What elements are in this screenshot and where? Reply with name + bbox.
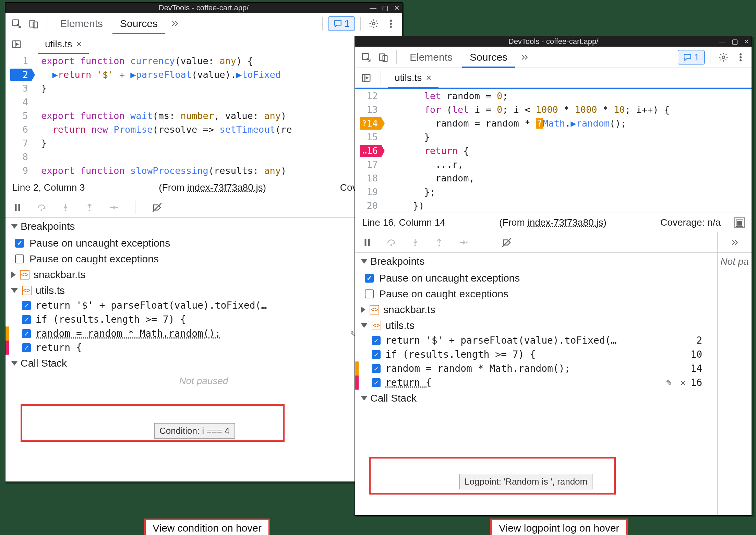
expand-panes-icon[interactable] xyxy=(718,232,752,253)
file-group-utils[interactable]: <>utils.ts xyxy=(355,318,717,333)
window-minimize-button[interactable]: — xyxy=(719,38,726,46)
code-line[interactable]: 12 let random = 0; xyxy=(355,89,752,103)
checkbox-icon[interactable] xyxy=(15,254,24,263)
checkbox-icon[interactable] xyxy=(365,289,374,298)
breakpoint-row[interactable]: return {16 xyxy=(5,341,402,355)
navigator-toggle-icon[interactable] xyxy=(359,70,374,85)
issues-badge[interactable]: 1 xyxy=(678,50,705,64)
tab-elements[interactable]: Elements xyxy=(402,47,460,68)
source-map-from[interactable]: (From index-73f73a80.js) xyxy=(99,182,326,193)
code-line[interactable]: 6 return new Promise(resolve => setTimeo… xyxy=(5,123,402,136)
code-line[interactable]: 1export function currency(value: any) { xyxy=(5,54,402,68)
step-button[interactable] xyxy=(108,202,119,213)
checkbox-checked-icon[interactable] xyxy=(22,301,31,310)
step-out-button[interactable] xyxy=(433,237,445,248)
code-line[interactable]: 13 for (let i = 0; i < 1000 * 1000 * 10;… xyxy=(355,103,752,117)
pause-caught-row[interactable]: Pause on caught exceptions xyxy=(5,251,402,267)
checkbox-checked-icon[interactable] xyxy=(372,336,381,345)
deactivate-breakpoints-button[interactable] xyxy=(151,202,163,213)
line-number[interactable]: 8 xyxy=(5,150,40,164)
line-number[interactable]: 4 xyxy=(5,95,40,109)
pause-button[interactable] xyxy=(361,237,373,248)
more-tabs-icon[interactable] xyxy=(517,50,532,65)
settings-icon[interactable] xyxy=(716,50,731,65)
checkbox-checked-icon[interactable] xyxy=(22,315,31,324)
code-line[interactable]: 8 xyxy=(5,150,402,164)
line-number[interactable]: 5 xyxy=(5,109,40,123)
kebab-menu-icon[interactable] xyxy=(733,50,748,65)
checkbox-checked-icon[interactable] xyxy=(372,378,381,387)
breakpoint-row[interactable]: if (results.length >= 7) {10 xyxy=(5,312,402,326)
checkbox-checked-icon[interactable] xyxy=(15,239,24,248)
file-group-snackbar[interactable]: <>snackbar.ts xyxy=(5,267,402,283)
code-line[interactable]: 20 }) xyxy=(355,199,752,213)
code-editor[interactable]: 1export function currency(value: any) {2… xyxy=(5,54,402,178)
checkbox-checked-icon[interactable] xyxy=(22,343,31,352)
line-number[interactable]: 12 xyxy=(355,89,389,103)
close-tab-icon[interactable]: × xyxy=(76,39,82,50)
collapse-icon[interactable]: ▣ xyxy=(734,217,745,228)
code-line[interactable]: 4 xyxy=(5,95,402,109)
breakpoints-section-header[interactable]: Breakpoints xyxy=(355,253,717,270)
code-line[interactable]: 19 }; xyxy=(355,185,752,199)
close-tab-icon[interactable]: × xyxy=(426,72,431,83)
pause-button[interactable] xyxy=(12,202,23,213)
window-close-button[interactable]: ✕ xyxy=(744,37,749,46)
line-number[interactable]: 6 xyxy=(5,123,40,136)
pause-uncaught-row[interactable]: Pause on uncaught exceptions xyxy=(5,235,402,251)
line-number[interactable]: 3 xyxy=(5,82,40,95)
line-number[interactable]: 18 xyxy=(355,171,389,185)
code-line[interactable]: 5export function wait(ms: number, value:… xyxy=(5,109,402,123)
line-number[interactable]: 13 xyxy=(355,103,389,117)
code-line[interactable]: ?14 random = random * ?Math.▶random(); xyxy=(355,117,752,130)
step-out-button[interactable] xyxy=(84,202,95,213)
file-group-snackbar[interactable]: <>snackbar.ts xyxy=(355,302,717,318)
code-editor[interactable]: 12 let random = 0;13 for (let i = 0; i <… xyxy=(355,88,752,213)
step-over-button[interactable] xyxy=(385,237,397,248)
step-button[interactable] xyxy=(457,237,469,248)
inspect-icon[interactable] xyxy=(359,50,374,65)
line-number[interactable]: 9 xyxy=(5,164,40,178)
line-number[interactable]: 17 xyxy=(355,158,389,171)
line-number[interactable]: 15 xyxy=(355,130,389,144)
line-number[interactable]: ?14 xyxy=(355,117,389,130)
inspect-icon[interactable] xyxy=(9,16,24,31)
line-number[interactable]: 7 xyxy=(5,136,40,150)
code-line[interactable]: 17 ...r, xyxy=(355,158,752,171)
step-over-button[interactable] xyxy=(36,202,47,213)
file-tab-utils[interactable]: utils.ts × xyxy=(388,68,439,87)
settings-icon[interactable] xyxy=(366,16,381,31)
callstack-section-header[interactable]: Call Stack xyxy=(355,390,717,407)
source-map-from[interactable]: (From index-73f73a80.js) xyxy=(459,217,647,228)
breakpoint-row[interactable]: return {✎✕16 xyxy=(355,376,717,390)
edit-breakpoint-icon[interactable]: ✎ xyxy=(666,377,672,388)
kebab-menu-icon[interactable] xyxy=(383,16,398,31)
line-number[interactable]: 2 xyxy=(5,68,40,82)
navigator-toggle-icon[interactable] xyxy=(9,37,24,52)
device-toggle-icon[interactable] xyxy=(376,50,391,65)
checkbox-checked-icon[interactable] xyxy=(372,364,381,373)
file-group-utils[interactable]: <>utils.ts xyxy=(5,283,402,298)
file-tab-utils[interactable]: utils.ts × xyxy=(38,34,89,54)
breakpoint-row[interactable]: random = random * Math.random();14 xyxy=(355,361,717,376)
step-into-button[interactable] xyxy=(60,202,71,213)
line-number[interactable]: 20 xyxy=(355,199,389,213)
tab-elements[interactable]: Elements xyxy=(52,13,110,34)
deactivate-breakpoints-button[interactable] xyxy=(501,237,513,248)
code-line[interactable]: 15 } xyxy=(355,130,752,144)
code-line[interactable]: 9export function slowProcessing(results:… xyxy=(5,164,402,178)
device-toggle-icon[interactable] xyxy=(26,16,41,31)
checkbox-checked-icon[interactable] xyxy=(22,329,31,338)
code-line[interactable]: ‥16 return { xyxy=(355,144,752,158)
breakpoint-row[interactable]: if (results.length >= 7) {10 xyxy=(355,347,717,361)
more-tabs-icon[interactable] xyxy=(167,16,182,31)
code-line[interactable]: 2 ▶return '$' + ▶parseFloat(value).▶toFi… xyxy=(5,68,402,82)
line-number[interactable]: ‥16 xyxy=(355,144,389,158)
code-line[interactable]: 3} xyxy=(5,82,402,95)
checkbox-checked-icon[interactable] xyxy=(365,274,374,283)
checkbox-checked-icon[interactable] xyxy=(372,350,381,359)
window-maximize-button[interactable]: ▢ xyxy=(382,4,388,12)
code-line[interactable]: 18 random, xyxy=(355,171,752,185)
callstack-section-header[interactable]: Call Stack xyxy=(5,355,402,372)
window-maximize-button[interactable]: ▢ xyxy=(732,37,738,46)
